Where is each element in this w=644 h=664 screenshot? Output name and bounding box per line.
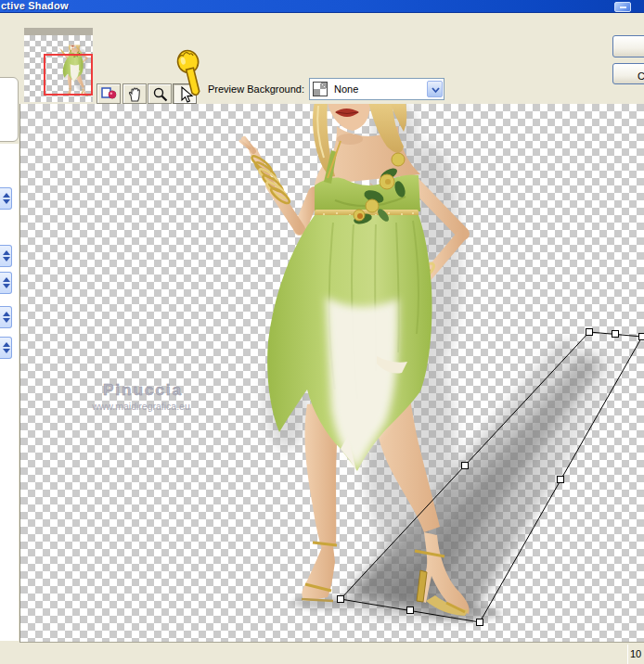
shadow-handle[interactable] <box>477 619 483 626</box>
shadow-handle[interactable] <box>407 607 414 614</box>
zoom-tool-button[interactable] <box>148 83 172 104</box>
titlebar-button[interactable] <box>614 2 631 12</box>
watermark-url: www.maidiregrafica.eu <box>91 401 190 412</box>
watermark-name: Pinuccia <box>103 381 183 399</box>
arrow-cursor-icon <box>177 86 194 103</box>
spinner-4[interactable] <box>0 306 12 328</box>
shadow-handle[interactable] <box>612 331 619 338</box>
proof-preview-icon <box>101 86 118 101</box>
magnifier-icon <box>152 86 169 103</box>
shadow-handle[interactable] <box>462 463 469 469</box>
preview-canvas[interactable]: Pinuccia www.maidiregrafica.eu <box>19 104 644 643</box>
window-title: ctive Shadow <box>1 0 69 11</box>
statusbar-zoom-value: 10 <box>630 648 641 659</box>
left-panel-box <box>0 77 19 142</box>
shadow-handle[interactable] <box>639 334 644 340</box>
proof-preview-button[interactable] <box>97 83 121 104</box>
navigator-thumbnail[interactable] <box>24 28 93 102</box>
shadow-handle[interactable] <box>338 596 344 603</box>
preview-background-value: None <box>334 83 358 95</box>
cancel-button[interactable]: C <box>612 63 644 84</box>
watermark: Pinuccia www.maidiregrafica.eu <box>91 381 190 412</box>
select-tool-button[interactable] <box>173 83 197 104</box>
combo-dropdown-button[interactable] <box>427 81 443 97</box>
statusbar-separator <box>627 645 628 664</box>
spinner-1[interactable] <box>0 187 12 210</box>
titlebar[interactable]: ctive Shadow <box>0 0 644 13</box>
shadow-handle[interactable] <box>558 477 564 483</box>
chevron-down-icon <box>431 87 440 94</box>
transparency-swatch-icon <box>313 82 328 96</box>
spinner-2[interactable] <box>0 245 12 267</box>
thumbnail-view-rectangle[interactable] <box>44 54 93 96</box>
preview-background-select[interactable]: None <box>309 78 444 100</box>
preview-scene: Pinuccia www.maidiregrafica.eu <box>21 104 644 642</box>
hand-icon <box>127 86 144 103</box>
thumbnail-margin <box>24 28 93 35</box>
shadow-handle[interactable] <box>586 329 593 336</box>
spinner-3[interactable] <box>0 272 12 294</box>
spinner-5[interactable] <box>0 337 12 359</box>
pan-tool-button[interactable] <box>122 83 147 104</box>
preview-background-label: Preview Background: <box>208 83 304 95</box>
perspective-shadow-dialog: ctive Shadow <box>0 0 644 664</box>
ok-button[interactable] <box>612 35 644 57</box>
left-panel-strip <box>0 144 19 641</box>
